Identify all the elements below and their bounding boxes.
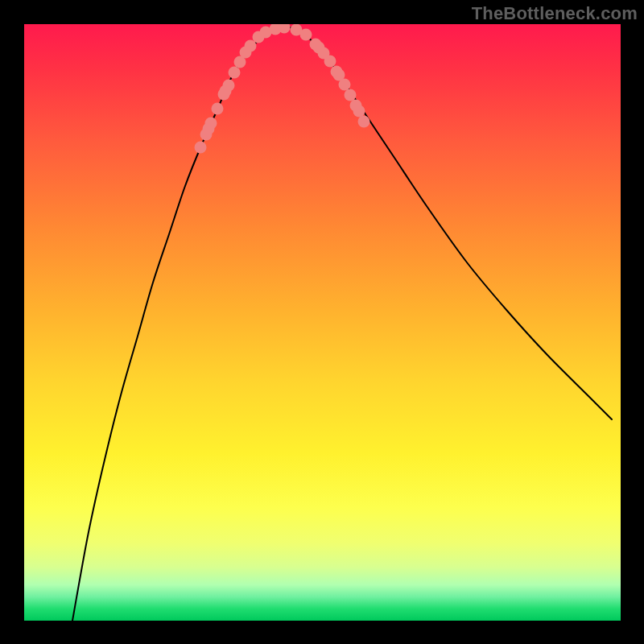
dot — [195, 142, 207, 154]
chart-svg — [24, 24, 621, 621]
watermark-text: TheBottleneck.com — [472, 3, 638, 24]
dot — [353, 105, 365, 118]
dot-cluster — [195, 24, 370, 154]
chart-plot-area — [24, 24, 621, 621]
dot — [229, 67, 241, 79]
dot — [300, 29, 312, 41]
dot — [223, 80, 235, 92]
dot — [324, 56, 336, 68]
dot — [212, 103, 224, 115]
dot — [345, 89, 357, 101]
dot — [339, 79, 351, 91]
dot — [205, 118, 217, 130]
dot — [358, 116, 370, 128]
bottleneck-curve — [72, 27, 612, 621]
